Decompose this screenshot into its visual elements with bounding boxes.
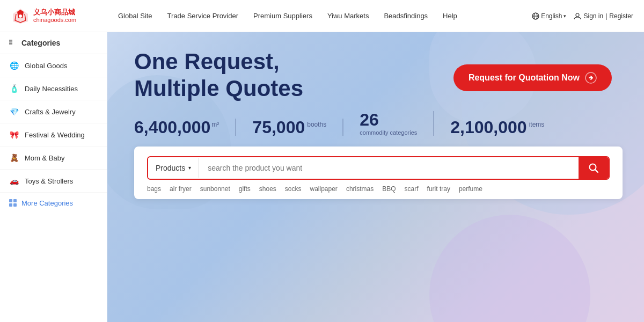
header: 义乌小商品城 chinagoods.com Global Site Trade …	[0, 0, 644, 32]
sidebar-label-global-goods: Global Goods	[25, 62, 68, 70]
user-icon	[574, 12, 581, 20]
sidebar-label-toys: Toys & Strollers	[25, 177, 73, 185]
sidebar: Categories 🌐 Global Goods 🧴 Daily Necess…	[0, 32, 107, 322]
sidebar-item-mom-baby[interactable]: 🧸 Mom & Baby	[0, 147, 107, 170]
stat-categories-number: 26	[360, 111, 379, 128]
nav-beadsfindings[interactable]: Beadsfindings	[384, 12, 428, 20]
tag-wallpaper[interactable]: wallpaper	[310, 185, 338, 193]
nav-help[interactable]: Help	[443, 12, 457, 20]
lang-chevron: ▾	[564, 13, 566, 19]
hero-banner: One Request, Multiple Quotes Request for…	[107, 32, 644, 322]
stat-categories: 26 commodity categories	[360, 111, 434, 136]
sidebar-label-festival: Festival & Wedding	[25, 131, 85, 139]
stat-area-number: 6,400,000	[134, 119, 210, 136]
stat-booths-superscript: booths	[307, 121, 326, 128]
tag-gifts[interactable]: gifts	[239, 185, 251, 193]
tag-shoes[interactable]: shoes	[259, 185, 276, 193]
sidebar-label-daily: Daily Necessities	[25, 85, 78, 93]
categories-icon	[9, 39, 17, 47]
svg-point-1	[19, 14, 22, 18]
stats-row: 6,400,000 m² 75,000 booths 26 commodity …	[134, 111, 623, 136]
stat-booths: 75,000 booths	[252, 119, 343, 136]
dropdown-chevron: ▾	[188, 165, 191, 171]
logo-text: 义乌小商品城 chinagoods.com	[33, 9, 76, 23]
sidebar-label-mom-baby: Mom & Baby	[25, 154, 64, 162]
global-goods-icon: 🌐	[9, 60, 19, 71]
nav-trade-service[interactable]: Trade Service Provider	[167, 12, 238, 20]
tag-air-fryer[interactable]: air fryer	[170, 185, 192, 193]
globe-icon	[532, 12, 539, 20]
sidebar-item-global-goods[interactable]: 🌐 Global Goods	[0, 54, 107, 77]
search-button[interactable]	[579, 157, 609, 179]
nav-global-site[interactable]: Global Site	[118, 12, 152, 20]
svg-rect-12	[13, 203, 17, 207]
more-categories-button[interactable]: More Categories	[0, 193, 107, 213]
mom-baby-icon: 🧸	[9, 152, 19, 163]
cta-label: Request for Quotation Now	[469, 73, 580, 83]
tag-furit-tray[interactable]: furit tray	[427, 185, 450, 193]
svg-rect-9	[9, 199, 12, 202]
logo[interactable]: 义乌小商品城 chinagoods.com	[11, 6, 107, 26]
svg-rect-6	[9, 40, 12, 41]
svg-rect-11	[9, 203, 12, 207]
tag-socks[interactable]: socks	[285, 185, 302, 193]
sidebar-item-daily[interactable]: 🧴 Daily Necessities	[0, 77, 107, 100]
tag-scarf[interactable]: scarf	[405, 185, 419, 193]
svg-point-5	[576, 13, 579, 17]
tag-christmas[interactable]: christmas	[346, 185, 374, 193]
tag-sunbonnet[interactable]: sunbonnet	[200, 185, 230, 193]
crafts-icon: 💎	[9, 106, 19, 117]
hero-title-line2: Multiple Quotes	[134, 76, 303, 101]
stat-categories-label: commodity categories	[360, 129, 417, 136]
nav-premium-suppliers[interactable]: Premium Suppliers	[253, 12, 312, 20]
logo-chinese: 义乌小商品城	[33, 9, 76, 16]
svg-rect-8	[9, 43, 12, 45]
register-label[interactable]: Register	[609, 12, 633, 20]
grid-icon	[9, 199, 17, 207]
stat-items-number: 2,100,000	[450, 119, 526, 136]
sidebar-item-crafts[interactable]: 💎 Crafts & Jewelry	[0, 100, 107, 123]
arrow-circle-icon	[585, 72, 597, 84]
logo-icon	[11, 6, 30, 26]
svg-line-15	[595, 170, 598, 172]
language-label: English	[541, 12, 562, 20]
tag-bbq[interactable]: BBQ	[382, 185, 396, 193]
search-icon	[588, 163, 599, 173]
stat-items-superscript: items	[529, 121, 545, 128]
sidebar-title: Categories	[21, 39, 60, 47]
hero-title-line1: One Request,	[134, 49, 280, 74]
search-bar: Products ▾	[147, 156, 610, 180]
sign-in-label[interactable]: Sign in	[583, 12, 603, 20]
daily-icon: 🧴	[9, 83, 19, 94]
language-selector[interactable]: English ▾	[532, 12, 566, 20]
sidebar-item-festival[interactable]: 🎀 Festival & Wedding	[0, 123, 107, 147]
tag-perfume[interactable]: perfume	[459, 185, 482, 193]
search-input[interactable]	[199, 158, 579, 178]
toys-icon: 🚗	[9, 175, 19, 186]
more-categories-label: More Categories	[21, 199, 73, 207]
search-tags: bags air fryer sunbonnet gifts shoes soc…	[147, 185, 610, 193]
search-container: Products ▾ bags air fryer sunbonnet gift…	[134, 147, 623, 199]
cta-button[interactable]: Request for Quotation Now	[453, 64, 612, 91]
sidebar-header: Categories	[0, 32, 107, 54]
header-right: English ▾ Sign in | Register	[532, 12, 633, 20]
user-area[interactable]: Sign in | Register	[574, 12, 633, 20]
nav-yiwu-markets[interactable]: Yiwu Markets	[327, 12, 369, 20]
search-category-label: Products	[156, 164, 185, 172]
sidebar-item-toys[interactable]: 🚗 Toys & Strollers	[0, 170, 107, 193]
tag-bags[interactable]: bags	[147, 185, 161, 193]
stat-booths-number: 75,000	[252, 119, 305, 136]
search-category-selector[interactable]: Products ▾	[148, 158, 199, 178]
main-nav: Global Site Trade Service Provider Premi…	[118, 12, 532, 20]
stat-items: 2,100,000 items	[450, 119, 560, 136]
festival-icon: 🎀	[9, 129, 19, 140]
logo-domain: chinagoods.com	[33, 17, 76, 23]
main-layout: Categories 🌐 Global Goods 🧴 Daily Necess…	[0, 32, 644, 322]
stat-area: 6,400,000 m²	[134, 119, 236, 136]
svg-rect-7	[9, 42, 12, 43]
svg-rect-10	[13, 199, 17, 202]
sidebar-label-crafts: Crafts & Jewelry	[25, 108, 76, 116]
stat-area-superscript: m²	[211, 121, 219, 128]
